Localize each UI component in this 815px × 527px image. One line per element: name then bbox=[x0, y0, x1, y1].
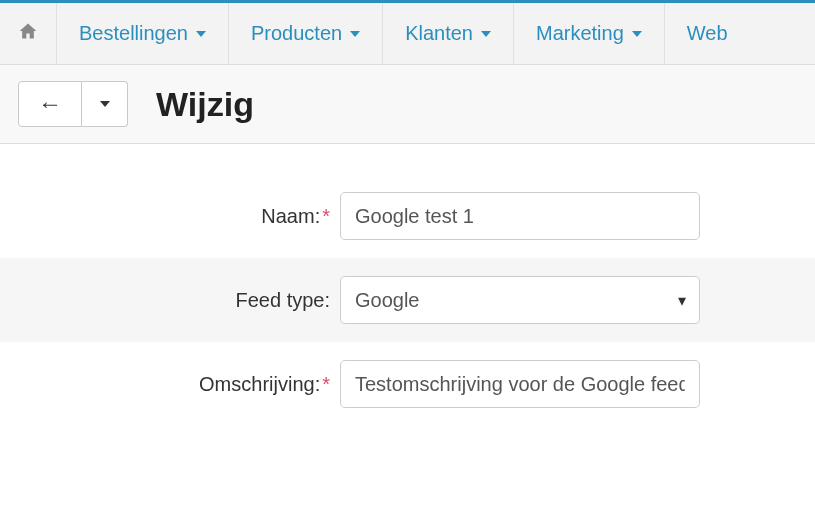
feed-type-select-wrap: Google bbox=[340, 276, 700, 324]
toolbar: ← Wijzig bbox=[0, 65, 815, 144]
label-description-text: Omschrijving: bbox=[199, 373, 320, 395]
required-icon: * bbox=[322, 373, 330, 395]
nav-orders-label: Bestellingen bbox=[79, 22, 188, 45]
nav-products-label: Producten bbox=[251, 22, 342, 45]
nav-marketing-label: Marketing bbox=[536, 22, 624, 45]
nav-marketing[interactable]: Marketing bbox=[514, 3, 665, 64]
name-input[interactable] bbox=[340, 192, 700, 240]
arrow-left-icon: ← bbox=[38, 90, 62, 118]
description-input[interactable] bbox=[340, 360, 700, 408]
form-area: Naam:* Feed type: Google Omschrijving:* bbox=[0, 144, 815, 426]
nav-web[interactable]: Web bbox=[665, 3, 750, 64]
feed-type-select[interactable]: Google bbox=[340, 276, 700, 324]
label-name: Naam:* bbox=[20, 205, 340, 228]
label-name-text: Naam: bbox=[261, 205, 320, 227]
nav-customers-label: Klanten bbox=[405, 22, 473, 45]
main-navbar: Bestellingen Producten Klanten Marketing… bbox=[0, 3, 815, 65]
form-row-feed-type: Feed type: Google bbox=[0, 258, 815, 342]
home-icon bbox=[18, 21, 38, 46]
nav-customers[interactable]: Klanten bbox=[383, 3, 514, 64]
caret-down-icon bbox=[350, 31, 360, 37]
nav-web-label: Web bbox=[687, 22, 728, 45]
label-feed-type: Feed type: bbox=[20, 289, 340, 312]
back-button[interactable]: ← bbox=[18, 81, 82, 127]
back-button-group: ← bbox=[18, 81, 128, 127]
nav-home[interactable] bbox=[0, 3, 57, 64]
caret-down-icon bbox=[196, 31, 206, 37]
caret-down-icon bbox=[100, 101, 110, 107]
caret-down-icon bbox=[481, 31, 491, 37]
form-row-description: Omschrijving:* bbox=[0, 342, 815, 426]
nav-orders[interactable]: Bestellingen bbox=[57, 3, 229, 64]
nav-products[interactable]: Producten bbox=[229, 3, 383, 64]
page-title: Wijzig bbox=[156, 85, 254, 124]
caret-down-icon bbox=[632, 31, 642, 37]
form-row-name: Naam:* bbox=[0, 174, 815, 258]
required-icon: * bbox=[322, 205, 330, 227]
label-description: Omschrijving:* bbox=[20, 373, 340, 396]
back-dropdown-button[interactable] bbox=[82, 81, 128, 127]
